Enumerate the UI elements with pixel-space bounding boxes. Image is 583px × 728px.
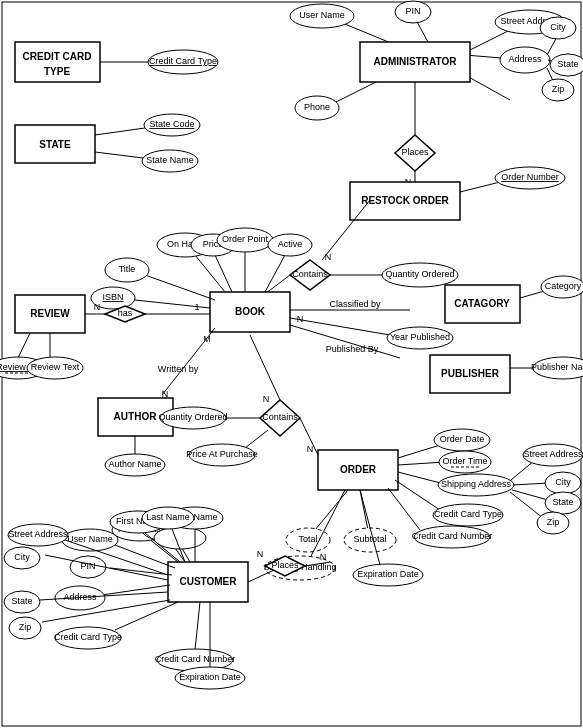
svg-text:PUBLISHER: PUBLISHER xyxy=(441,368,500,379)
svg-text:State: State xyxy=(552,497,573,507)
svg-text:STATE: STATE xyxy=(39,139,71,150)
svg-text:Phone: Phone xyxy=(304,102,330,112)
svg-text:RESTOCK ORDER: RESTOCK ORDER xyxy=(361,195,449,206)
svg-text:CATAGORY: CATAGORY xyxy=(454,298,510,309)
svg-text:Credit Card Type: Credit Card Type xyxy=(54,632,122,642)
svg-text:ORDER: ORDER xyxy=(340,464,377,475)
svg-text:State Code: State Code xyxy=(149,119,194,129)
svg-text:Address: Address xyxy=(508,54,542,64)
svg-text:City: City xyxy=(555,477,571,487)
svg-text:Zip: Zip xyxy=(547,517,560,527)
svg-text:BOOK: BOOK xyxy=(235,306,266,317)
svg-text:Year Published: Year Published xyxy=(390,332,450,342)
svg-text:N: N xyxy=(94,302,101,312)
svg-text:Street Address: Street Address xyxy=(8,529,68,539)
svg-text:City: City xyxy=(550,22,566,32)
svg-text:CREDIT CARD: CREDIT CARD xyxy=(23,51,92,62)
svg-text:City: City xyxy=(14,552,30,562)
svg-text:Places: Places xyxy=(401,147,429,157)
svg-text:N: N xyxy=(257,549,264,559)
svg-text:1: 1 xyxy=(194,302,199,312)
svg-text:M: M xyxy=(203,334,211,344)
svg-text:Credit Card Number: Credit Card Number xyxy=(155,654,236,664)
svg-text:State Name: State Name xyxy=(146,155,194,165)
svg-text:Credit Card Number: Credit Card Number xyxy=(412,531,493,541)
svg-text:Order Point: Order Point xyxy=(222,234,269,244)
svg-text:N: N xyxy=(325,252,332,262)
svg-text:CUSTOMER: CUSTOMER xyxy=(179,576,237,587)
svg-text:Expiration Date: Expiration Date xyxy=(357,569,419,579)
svg-text:Order Time: Order Time xyxy=(442,456,487,466)
er-diagram: User Name PIN Street Address Address Cit… xyxy=(0,0,583,728)
svg-text:Author Name: Author Name xyxy=(108,459,161,469)
svg-text:Zip: Zip xyxy=(19,622,32,632)
svg-text:State: State xyxy=(557,59,578,69)
svg-text:Total: Total xyxy=(298,534,317,544)
svg-text:Classified by: Classified by xyxy=(329,299,381,309)
svg-text:PIN: PIN xyxy=(405,6,420,16)
svg-text:REVIEW: REVIEW xyxy=(30,308,70,319)
svg-text:Zip: Zip xyxy=(552,84,565,94)
svg-text:Active: Active xyxy=(278,239,303,249)
svg-text:ISBN: ISBN xyxy=(102,292,123,302)
svg-text:Category: Category xyxy=(545,281,582,291)
svg-text:Credit Card Type: Credit Card Type xyxy=(149,56,217,66)
svg-text:Credit Card Type: Credit Card Type xyxy=(434,509,502,519)
svg-text:ADMINISTRATOR: ADMINISTRATOR xyxy=(374,56,458,67)
svg-text:N: N xyxy=(307,444,314,454)
svg-text:Last Name: Last Name xyxy=(146,512,190,522)
svg-text:has: has xyxy=(118,308,133,318)
svg-text:Publisher Name: Publisher Name xyxy=(531,362,583,372)
svg-text:N: N xyxy=(263,394,270,404)
svg-text:Order Date: Order Date xyxy=(440,434,485,444)
svg-text:Places: Places xyxy=(271,560,299,570)
svg-text:Contains: Contains xyxy=(292,269,328,279)
svg-text:AUTHOR: AUTHOR xyxy=(114,411,158,422)
svg-point-194 xyxy=(154,527,206,549)
svg-text:Quantity Ordered: Quantity Ordered xyxy=(158,412,227,422)
svg-text:Shipping Address: Shipping Address xyxy=(441,479,512,489)
svg-text:Price At Purchase: Price At Purchase xyxy=(186,449,258,459)
svg-text:TYPE: TYPE xyxy=(44,66,70,77)
svg-text:Title: Title xyxy=(119,264,136,274)
svg-text:Subtotal: Subtotal xyxy=(353,534,386,544)
svg-text:State: State xyxy=(11,596,32,606)
svg-text:Review Text: Review Text xyxy=(31,362,80,372)
svg-text:User Name: User Name xyxy=(299,10,345,20)
svg-text:N: N xyxy=(320,552,327,562)
svg-text:Published By: Published By xyxy=(326,344,379,354)
svg-text:Expiration Date: Expiration Date xyxy=(179,672,241,682)
svg-text:Quantity Ordered: Quantity Ordered xyxy=(385,269,454,279)
svg-text:Written by: Written by xyxy=(158,364,199,374)
svg-text:Order Number: Order Number xyxy=(501,172,559,182)
svg-text:Street Address: Street Address xyxy=(523,449,583,459)
svg-text:Contains: Contains xyxy=(262,412,298,422)
